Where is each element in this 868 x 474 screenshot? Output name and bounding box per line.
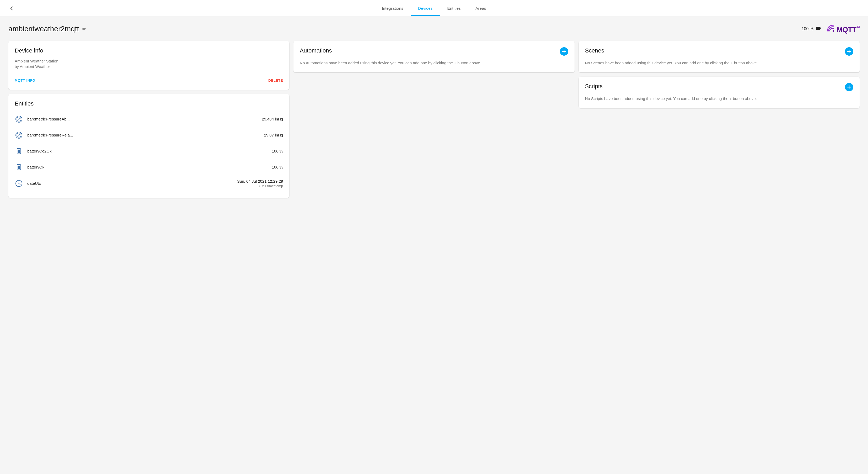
mqtt-logo: MQTT ORG <box>826 23 860 35</box>
delete-button[interactable]: DELETE <box>268 78 283 84</box>
svg-point-12 <box>18 135 20 136</box>
tab-areas[interactable]: Areas <box>468 1 494 16</box>
tab-devices[interactable]: Devices <box>411 1 440 16</box>
list-item[interactable]: barometricPressureAb... 29.484 inHg <box>15 111 283 127</box>
add-automation-button[interactable] <box>560 47 568 56</box>
svg-point-22 <box>19 183 20 184</box>
entities-card: Entities barometricPressureAb... <box>8 94 289 198</box>
entity-value: 100 % <box>272 149 283 153</box>
device-name: Ambient Weather Station <box>15 58 283 64</box>
scenes-title: Scenes <box>585 47 604 54</box>
entity-name: barometricPressureAb... <box>27 117 257 121</box>
right-column: Scenes No Scenes have been added using t… <box>579 41 860 108</box>
svg-rect-1 <box>820 28 821 29</box>
page-header: ambientweather2mqtt ✏ 100 % <box>8 23 860 35</box>
scripts-empty-text: No Scripts have been added using this de… <box>585 95 853 102</box>
list-item[interactable]: batteryCo2Ok 100 % <box>15 143 283 159</box>
device-info-title: Device info <box>15 47 283 54</box>
entity-name: barometricPressureRela... <box>27 133 260 137</box>
scripts-card: Scripts No Scripts have been added using… <box>579 77 860 108</box>
scenes-empty-text: No Scenes have been added using this dev… <box>585 60 853 66</box>
top-navigation: Integrations Devices Entities Areas <box>0 0 868 17</box>
list-item[interactable]: dateUtc Sun, 04 Jul 2021 12:29:29 GMT ti… <box>15 175 283 191</box>
battery-icon <box>15 163 23 171</box>
middle-column: Automations No Automations have been add… <box>293 41 574 72</box>
card-divider <box>15 73 283 73</box>
battery-icon <box>15 147 23 155</box>
scenes-card-header: Scenes <box>585 47 853 56</box>
svg-rect-17 <box>18 164 20 165</box>
page-content: ambientweather2mqtt ✏ 100 % <box>0 17 868 204</box>
entity-name: batteryCo2Ok <box>27 149 268 153</box>
header-right: 100 % MQTT ORG <box>802 23 860 35</box>
page-title-area: ambientweather2mqtt ✏ <box>8 25 87 33</box>
automations-empty-text: No Automations have been added using thi… <box>300 60 568 66</box>
nav-tabs: Integrations Devices Entities Areas <box>374 1 494 16</box>
automations-card: Automations No Automations have been add… <box>293 41 574 72</box>
scripts-card-header: Scripts <box>585 83 853 91</box>
scenes-card: Scenes No Scenes have been added using t… <box>579 41 860 72</box>
tab-integrations[interactable]: Integrations <box>374 1 411 16</box>
entity-value: 29.484 inHg <box>262 117 283 121</box>
svg-rect-0 <box>816 27 820 30</box>
svg-rect-14 <box>18 148 20 149</box>
mqtt-info-button[interactable]: MQTT INFO <box>15 78 35 84</box>
list-item[interactable]: batteryOk 100 % <box>15 159 283 175</box>
back-button[interactable] <box>6 3 17 13</box>
edit-icon[interactable]: ✏ <box>82 26 87 32</box>
tab-entities[interactable]: Entities <box>440 1 468 16</box>
svg-rect-18 <box>18 166 20 169</box>
mqtt-logo-svg: MQTT ORG <box>826 23 860 35</box>
svg-point-2 <box>833 30 834 32</box>
entity-name: dateUtc <box>27 181 233 185</box>
gauge-icon <box>15 131 23 139</box>
entity-value: 100 % <box>272 165 283 169</box>
battery-status: 100 % <box>802 26 821 33</box>
svg-text:ORG: ORG <box>857 25 860 28</box>
card-actions: MQTT INFO DELETE <box>15 78 283 84</box>
entities-list: barometricPressureAb... 29.484 inHg <box>15 111 283 191</box>
device-info-card: Device info Ambient Weather Station by A… <box>8 41 289 90</box>
add-script-button[interactable] <box>845 83 853 91</box>
list-item[interactable]: barometricPressureRela... 29.87 inHg <box>15 127 283 143</box>
battery-icon <box>815 26 821 33</box>
battery-percent: 100 % <box>802 27 813 31</box>
device-by: by Ambient Weather <box>15 64 283 69</box>
svg-rect-15 <box>18 150 20 153</box>
automations-card-header: Automations <box>300 47 568 56</box>
svg-point-8 <box>18 119 20 120</box>
clock-icon <box>15 179 23 188</box>
add-scene-button[interactable] <box>845 47 853 56</box>
gauge-icon <box>15 115 23 123</box>
automations-title: Automations <box>300 47 332 54</box>
page-title: ambientweather2mqtt <box>8 25 79 33</box>
svg-text:MQTT: MQTT <box>837 26 857 34</box>
entity-value: 29.87 inHg <box>264 133 283 137</box>
entities-title: Entities <box>15 100 283 107</box>
left-column: Device info Ambient Weather Station by A… <box>8 41 289 198</box>
main-grid: Device info Ambient Weather Station by A… <box>8 41 860 198</box>
entity-name: batteryOk <box>27 165 268 169</box>
entity-value: Sun, 04 Jul 2021 12:29:29 GMT timestamp <box>237 179 283 188</box>
scripts-title: Scripts <box>585 83 602 90</box>
